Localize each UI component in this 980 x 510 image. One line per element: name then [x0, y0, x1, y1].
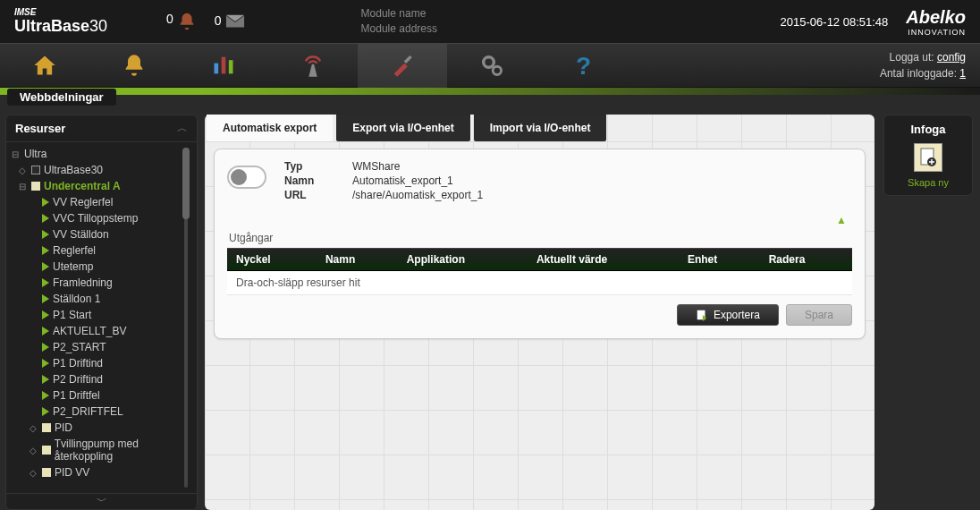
- bars-icon: [211, 53, 236, 78]
- nav-stats[interactable]: [179, 43, 268, 88]
- namn-label: Namn: [284, 174, 338, 187]
- nav-settings[interactable]: [447, 43, 536, 88]
- card-actions: Exportera Spara: [227, 304, 852, 326]
- main-panel: Automatisk export Export via I/O-enhet I…: [205, 115, 874, 510]
- mail-icon: [225, 13, 245, 30]
- col-enhet[interactable]: Enhet: [679, 249, 760, 271]
- save-button[interactable]: Spara: [786, 304, 852, 326]
- triangle-up-icon: ▲: [836, 214, 847, 226]
- tree-node-ultrabase30[interactable]: ◇UltraBase30: [19, 163, 197, 177]
- card-head: Typ WMShare Namn Automatisk_export_1 URL…: [227, 160, 852, 201]
- tree-leaf[interactable]: P1 Driftind: [42, 356, 197, 370]
- vendor-logo: Abelko INNOVATION: [906, 7, 966, 37]
- question-icon: ?: [570, 53, 592, 78]
- drop-zone-row[interactable]: Dra-och-släpp resurser hit: [227, 271, 852, 295]
- tab-auto-export[interactable]: Automatisk export: [207, 115, 333, 141]
- tab-export-io[interactable]: Export via I/O-enhet: [336, 115, 469, 141]
- mail-badge[interactable]: 0: [215, 13, 245, 30]
- tree-node-pid-vv[interactable]: ◇PID VV: [30, 465, 197, 480]
- right-panel: Infoga Skapa ny: [883, 115, 973, 510]
- tabs: Automatisk export Export via I/O-enhet I…: [205, 115, 874, 141]
- module-address-label: Module address: [361, 21, 437, 37]
- tree-node-undercentral-a[interactable]: ⊟Undercentral A: [19, 179, 197, 193]
- col-aktuellt-varde[interactable]: Aktuellt värde: [528, 249, 679, 271]
- tree-node-pid[interactable]: ◇PID: [30, 421, 197, 435]
- nav-home[interactable]: [0, 43, 89, 88]
- tree-leaf[interactable]: P2_DRIFTFEL: [42, 404, 197, 419]
- field-grid: Typ WMShare Namn Automatisk_export_1 URL…: [284, 160, 483, 201]
- play-icon: [42, 407, 49, 416]
- play-icon: [42, 262, 49, 271]
- tree-leaf[interactable]: P1 Driftfel: [42, 388, 197, 403]
- collapse-arrow[interactable]: ▲: [227, 214, 852, 226]
- export-button[interactable]: Exportera: [677, 304, 779, 326]
- tree-leaf[interactable]: P2 Driftind: [42, 372, 197, 387]
- tree-leaf[interactable]: Utetemp: [42, 259, 197, 274]
- screwdriver-icon: [390, 53, 415, 78]
- tree-leaf[interactable]: P2_START: [42, 340, 197, 354]
- nav-user-info: Logga ut: config Antal inloggade: 1: [880, 49, 980, 81]
- alerts-badge[interactable]: 0: [166, 12, 197, 31]
- tree-leaf[interactable]: P1 Start: [42, 308, 197, 322]
- svg-point-4: [484, 57, 494, 68]
- sidebar-title: Resurser: [15, 122, 177, 135]
- logout-link[interactable]: config: [937, 51, 966, 64]
- home-icon: [32, 53, 57, 78]
- module-info: Module name Module address: [361, 6, 437, 37]
- tree-node-tvillingpump[interactable]: ◇Tvillingpump med återkoppling: [30, 437, 197, 463]
- tree-leaf[interactable]: Reglerfel: [42, 243, 197, 258]
- create-new-icon[interactable]: [914, 143, 942, 172]
- bell-icon: [177, 12, 197, 31]
- page-title-bar: Webbdelningar: [0, 95, 980, 109]
- tab-import-io[interactable]: Import via I/O-enhet: [474, 115, 607, 141]
- nav-tools[interactable]: [358, 43, 447, 88]
- infoga-box: Infoga Skapa ny: [883, 115, 973, 196]
- outputs-table: Nyckel Namn Applikation Aktuellt värde E…: [227, 248, 852, 295]
- svg-point-5: [493, 66, 501, 74]
- sidebar-footer: ﹀: [6, 493, 197, 509]
- col-radera[interactable]: Radera: [760, 249, 852, 271]
- page-title: Webbdelningar: [7, 89, 116, 106]
- tree-leaf[interactable]: VVC Tilloppstemp: [42, 211, 197, 225]
- play-icon: [42, 327, 49, 336]
- toggle-knob: [231, 169, 247, 185]
- chevron-up-icon[interactable]: ︿: [177, 121, 188, 136]
- col-nyckel[interactable]: Nyckel: [227, 249, 317, 271]
- play-icon: [42, 198, 49, 207]
- section-title: Utgångar: [227, 228, 852, 248]
- resources-sidebar: Resurser ︿ ⊟Ultra ◇UltraBase30 ⊟Undercen…: [5, 115, 198, 510]
- content-area: Resurser ︿ ⊟Ultra ◇UltraBase30 ⊟Undercen…: [0, 109, 980, 510]
- tree-leaf[interactable]: Ställdon 1: [42, 292, 197, 306]
- nav-antenna[interactable]: [268, 43, 358, 88]
- header-status-icons: 0 0: [166, 12, 245, 31]
- play-icon: [42, 230, 49, 239]
- play-icon: [42, 278, 49, 287]
- play-icon: [42, 343, 49, 352]
- typ-label: Typ: [284, 160, 338, 173]
- tree-leaf[interactable]: VV Ställdon: [42, 227, 197, 242]
- play-icon: [42, 214, 49, 223]
- tree-leaf[interactable]: AKTUELLT_BV: [42, 324, 197, 338]
- play-icon: [42, 310, 49, 319]
- nav-alerts[interactable]: [89, 43, 179, 88]
- module-name-label: Module name: [361, 6, 437, 21]
- col-applikation[interactable]: Applikation: [398, 249, 528, 271]
- logo-prefix: IMSE: [14, 7, 157, 17]
- logged-in-count-link[interactable]: 1: [959, 67, 966, 80]
- tree-leaf[interactable]: Framledning: [42, 276, 197, 290]
- tree-leaf[interactable]: VV Reglerfel: [42, 195, 197, 209]
- chevron-down-icon[interactable]: ﹀: [97, 494, 107, 509]
- app-header: IMSE UltraBase30 0 0 Module name Module …: [0, 0, 980, 43]
- enable-toggle[interactable]: [227, 166, 266, 189]
- antenna-icon: [300, 53, 325, 78]
- scrollbar-thumb[interactable]: [182, 148, 190, 219]
- datetime: 2015-06-12 08:51:48: [781, 15, 889, 29]
- url-label: URL: [284, 189, 338, 201]
- nav-help[interactable]: ?: [536, 43, 626, 88]
- col-namn[interactable]: Namn: [317, 249, 398, 271]
- document-plus-icon: [919, 148, 937, 167]
- svg-rect-2: [229, 60, 233, 73]
- tree-root[interactable]: ⊟Ultra: [12, 147, 197, 161]
- svg-rect-3: [404, 55, 412, 64]
- create-new-link[interactable]: Skapa ny: [891, 177, 965, 188]
